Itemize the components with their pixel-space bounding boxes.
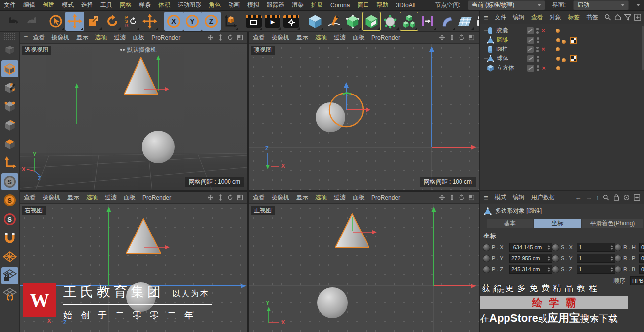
y-axis-lock-button[interactable]: Y <box>183 12 202 31</box>
snap-3d-button[interactable]: S <box>1 211 18 228</box>
vp-menu-options[interactable]: 选项 <box>86 193 98 202</box>
magnet-snap-button[interactable] <box>1 230 18 246</box>
vp-menu-display[interactable]: 显示 <box>76 33 88 42</box>
model-mode-button[interactable] <box>1 60 18 77</box>
menu-item-create[interactable]: 创建 <box>43 1 54 9</box>
sx-field[interactable]: 1 <box>577 243 615 252</box>
menu-item-edit[interactable]: 编辑 <box>23 1 35 9</box>
pen-spline-button[interactable] <box>324 12 343 31</box>
zoom-view-icon[interactable] <box>217 194 224 201</box>
tab-basic[interactable]: 基本 <box>487 219 533 228</box>
vp-menu-options[interactable]: 选项 <box>95 33 107 42</box>
rotate-tool-button[interactable] <box>103 12 122 31</box>
om-menu-view[interactable]: 查看 <box>531 13 543 22</box>
keyframe-knob[interactable] <box>483 266 490 273</box>
pan-view-icon[interactable] <box>207 194 214 201</box>
field-button[interactable] <box>418 12 437 31</box>
viewport-canvas[interactable]: 透视视图 默认摄像机 <box>20 44 247 190</box>
viewport-canvas[interactable]: 正视图 Y X <box>249 204 479 332</box>
edit-toggle-icon[interactable] <box>527 65 534 72</box>
keyframe-knob[interactable] <box>483 255 490 262</box>
menu-item-help[interactable]: 帮助 <box>376 1 388 9</box>
live-selection-button[interactable] <box>46 12 65 31</box>
rotate-view-icon[interactable] <box>459 194 465 201</box>
am-menu-userdata[interactable]: 用户数据 <box>531 193 555 202</box>
rb-field[interactable]: 0 <box>639 265 644 274</box>
vp-menu-prorender[interactable]: ProRender <box>151 34 180 41</box>
visibility-dots[interactable] <box>537 65 539 71</box>
menu-item-render[interactable]: 渲染 <box>292 1 304 9</box>
rotate-view-icon[interactable] <box>227 194 233 201</box>
redo-button[interactable] <box>23 12 42 31</box>
material-tag-icon[interactable] <box>562 40 566 44</box>
render-view-button[interactable] <box>244 12 263 31</box>
edit-toggle-icon[interactable] <box>527 55 534 62</box>
menu-item-corona[interactable]: Corona <box>330 2 350 9</box>
edit-toggle-icon[interactable] <box>527 37 534 44</box>
vp-menu-view[interactable]: 查看 <box>253 33 265 42</box>
tab-coordinates[interactable]: 坐标 <box>534 219 581 228</box>
disabled-x-icon[interactable]: × <box>540 46 547 53</box>
viewport-top[interactable]: 查看 摄像机 显示 选项 过滤 面板 ProRender 顶视图 <box>249 32 479 190</box>
pan-view-icon[interactable] <box>207 34 214 41</box>
visibility-dots[interactable] <box>536 47 539 52</box>
zoom-view-icon[interactable] <box>217 34 224 41</box>
vp-menu-cameras[interactable]: 摄像机 <box>272 33 289 42</box>
menu-item-animate[interactable]: 动画 <box>228 1 240 9</box>
menu-item-tools[interactable]: 工具 <box>100 1 112 9</box>
edges-mode-button[interactable] <box>1 117 18 134</box>
vp-menu-display[interactable]: 显示 <box>296 33 308 42</box>
object-row-cone[interactable]: 圆锥 × <box>480 35 644 45</box>
menu-item-mesh[interactable]: 网格 <box>120 1 132 9</box>
vp-menu-cameras[interactable]: 摄像机 <box>51 33 69 42</box>
add-cube-button[interactable] <box>306 12 324 31</box>
edit-toggle-icon[interactable] <box>527 46 534 53</box>
volume-mesh-button[interactable] <box>381 12 400 31</box>
vp-menu-filter[interactable]: 过滤 <box>105 193 117 202</box>
py-field[interactable]: 272.955 cm <box>509 254 552 263</box>
vp-menu-filter[interactable]: 过滤 <box>334 33 346 42</box>
zoom-view-icon[interactable] <box>449 34 455 41</box>
menu-item-mode[interactable]: 模式 <box>62 1 74 9</box>
vp-menu-filter[interactable]: 过滤 <box>334 193 346 202</box>
vp-menu-cameras[interactable]: 摄像机 <box>43 193 60 202</box>
vp-menu-options[interactable]: 选项 <box>315 193 327 202</box>
deformer-button[interactable] <box>437 12 456 31</box>
vp-menu-prorender[interactable]: ProRender <box>371 34 400 41</box>
material-tag-icon[interactable] <box>556 66 560 70</box>
menu-item-simulate[interactable]: 模拟 <box>247 1 259 9</box>
object-row-cube[interactable]: 立方体 × <box>480 63 644 73</box>
polygons-mode-button[interactable] <box>1 136 18 152</box>
axis-mode-button[interactable] <box>1 154 18 171</box>
lock-icon[interactable] <box>613 194 619 201</box>
undo-button[interactable] <box>4 12 23 31</box>
z-axis-lock-button[interactable]: Z <box>202 12 221 31</box>
disabled-x-icon[interactable]: × <box>540 64 547 72</box>
om-menu-objects[interactable]: 对象 <box>550 13 561 22</box>
menu-item-character[interactable]: 角色 <box>209 1 221 9</box>
toggle-viewport-icon[interactable] <box>237 34 243 41</box>
am-menu-icon[interactable]: ≡ <box>484 193 488 202</box>
vp-menu-cameras[interactable]: 摄像机 <box>272 193 289 202</box>
interface-select[interactable]: 启动 <box>573 0 629 10</box>
material-tag-icon[interactable] <box>556 47 560 51</box>
menu-item-tracker[interactable]: 跟踪器 <box>267 1 284 9</box>
modeling-tool-disabled[interactable] <box>1 42 18 58</box>
material-tag-icon[interactable] <box>562 58 566 62</box>
sphere-object[interactable] <box>317 287 348 318</box>
sidebar-grip[interactable] <box>4 33 16 40</box>
object-row-capsule[interactable]: 胶囊 × <box>480 26 644 35</box>
menubar-collapse-icon[interactable] <box>636 4 640 6</box>
menu-item-select[interactable]: 选择 <box>81 1 93 9</box>
keyframe-knob[interactable] <box>614 255 622 262</box>
move-tool-button[interactable] <box>65 12 84 31</box>
zoom-view-icon[interactable] <box>449 194 455 201</box>
sz-field[interactable]: 1 <box>577 265 615 274</box>
toggle-viewport-icon[interactable] <box>237 194 243 201</box>
visibility-dots[interactable] <box>537 37 539 43</box>
menu-item-extensions[interactable]: 扩展 <box>311 1 323 9</box>
menu-item-mograph[interactable]: 运动图形 <box>178 1 201 9</box>
edit-toggle-icon[interactable] <box>527 27 534 34</box>
menu-item-file[interactable]: 文件 <box>4 1 16 9</box>
rotate-view-icon[interactable] <box>227 34 233 41</box>
